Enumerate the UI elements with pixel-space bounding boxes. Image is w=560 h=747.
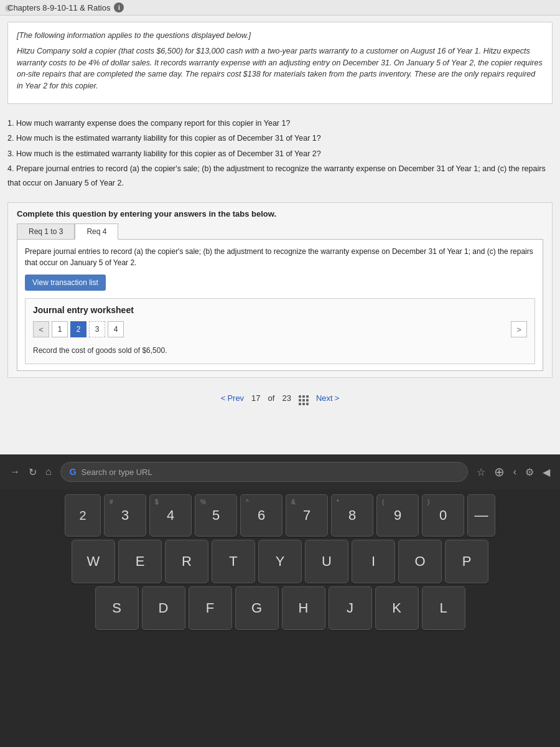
number-row: @ 2 #3 $4 %5 ^6 &7 *8 (9 )0 — bbox=[6, 494, 554, 537]
browser-bar: → ↻ ⌂ G Search or type URL ☆ ⊕ ‹ ⚙ ◀ bbox=[0, 454, 560, 489]
key-G[interactable]: G bbox=[235, 586, 279, 630]
question-4: 4. Prepare journal entries to record (a)… bbox=[7, 162, 553, 190]
chevron-left-icon[interactable]: ‹ bbox=[513, 466, 516, 477]
step-4[interactable]: 4 bbox=[108, 321, 124, 337]
key-Y[interactable]: Y bbox=[258, 540, 302, 583]
key-U[interactable]: U bbox=[305, 540, 348, 583]
key-T[interactable]: T bbox=[212, 540, 255, 583]
key-F[interactable]: F bbox=[189, 586, 232, 630]
tab-req1to3[interactable]: Req 1 to 3 bbox=[17, 223, 75, 239]
info-icon[interactable]: i bbox=[114, 2, 124, 12]
back-button[interactable]: → bbox=[10, 466, 20, 477]
key-hash-3[interactable]: #3 bbox=[104, 494, 146, 537]
settings-icon[interactable]: ⚙ bbox=[525, 466, 534, 478]
key-caret-6[interactable]: ^6 bbox=[240, 494, 282, 537]
url-text: Search or type URL bbox=[82, 467, 459, 477]
key-dash[interactable]: — bbox=[467, 494, 495, 537]
question-2: 2. How much is the estimated warranty li… bbox=[7, 131, 553, 146]
key-K[interactable]: K bbox=[375, 586, 419, 630]
page-title: Chapters 8-9-10-11 & Ratios bbox=[7, 3, 110, 12]
step-next-button[interactable]: > bbox=[511, 321, 527, 337]
qwerty-row: W E R T Y U I O P bbox=[6, 540, 554, 583]
record-instruction: Record the cost of goods sold of $6,500. bbox=[33, 344, 527, 357]
add-tab-icon[interactable]: ⊕ bbox=[494, 464, 505, 479]
page-header: Chapters 8-9-10-11 & Ratios i bbox=[0, 0, 560, 16]
step-1[interactable]: 1 bbox=[52, 321, 68, 337]
complete-box: Complete this question by entering your … bbox=[7, 202, 553, 378]
tab-content: Prepare journal entries to record (a) th… bbox=[17, 240, 543, 371]
step-prev-button[interactable]: < bbox=[33, 321, 49, 337]
bookmark-icon[interactable]: ☆ bbox=[477, 466, 485, 478]
key-percent-5[interactable]: %5 bbox=[195, 494, 237, 537]
key-amp-7[interactable]: &7 bbox=[286, 494, 328, 537]
complete-title: Complete this question by entering your … bbox=[17, 209, 543, 218]
page-of: of bbox=[268, 393, 275, 403]
scenario-body: Hitzu Company sold a copier (that costs … bbox=[17, 45, 543, 92]
url-bar[interactable]: G Search or type URL bbox=[60, 462, 468, 482]
key-O[interactable]: O bbox=[398, 540, 442, 583]
tabs-row: Req 1 to 3 Req 4 bbox=[17, 223, 543, 240]
refresh-button[interactable]: ↻ bbox=[29, 466, 37, 478]
key-R[interactable]: R bbox=[165, 540, 208, 583]
req4-instruction: Prepare journal entries to record (a) th… bbox=[25, 246, 535, 268]
questions-section: 1. How much warranty expense does the co… bbox=[0, 110, 560, 198]
key-star-8[interactable]: *8 bbox=[331, 494, 373, 537]
step-3[interactable]: 3 bbox=[89, 321, 105, 337]
key-W[interactable]: W bbox=[72, 540, 115, 583]
key-dollar-4[interactable]: $4 bbox=[149, 494, 192, 537]
page-current: 17 bbox=[251, 393, 260, 403]
scenario-bracket: [The following information applies to th… bbox=[17, 30, 543, 42]
key-rparen-0[interactable]: )0 bbox=[422, 494, 464, 537]
key-L[interactable]: L bbox=[422, 586, 465, 630]
next-button[interactable]: Next > bbox=[316, 393, 339, 403]
key-E[interactable]: E bbox=[118, 540, 162, 583]
asdf-row: S D F G H J K L bbox=[6, 586, 554, 630]
key-at-2[interactable]: @ 2 bbox=[65, 494, 101, 537]
tab-req4[interactable]: Req 4 bbox=[75, 223, 118, 240]
question-1: 1. How much warranty expense does the co… bbox=[7, 116, 553, 131]
audio-icon[interactable]: ◀ bbox=[543, 466, 550, 478]
key-P[interactable]: P bbox=[445, 540, 488, 583]
content-area: Chapters 8-9-10-11 & Ratios i [The follo… bbox=[0, 0, 560, 454]
pagination: < Prev 17 of 23 Next > bbox=[0, 383, 560, 409]
journal-title: Journal entry worksheet bbox=[33, 305, 527, 315]
scenario-card: [The following information applies to th… bbox=[7, 22, 553, 104]
page-total: 23 bbox=[282, 393, 291, 403]
key-D[interactable]: D bbox=[142, 586, 185, 630]
key-J[interactable]: J bbox=[329, 586, 372, 630]
question-3: 3. How much is the estimated warranty li… bbox=[7, 147, 553, 161]
journal-worksheet: Journal entry worksheet < 1 2 3 4 > Reco… bbox=[25, 298, 535, 364]
key-lparen-9[interactable]: (9 bbox=[376, 494, 419, 537]
grid-icon bbox=[299, 390, 309, 405]
key-S[interactable]: S bbox=[95, 586, 139, 630]
key-H[interactable]: H bbox=[282, 586, 325, 630]
view-transaction-button[interactable]: View transaction list bbox=[25, 275, 106, 291]
keyboard-area: @ 2 #3 $4 %5 ^6 &7 *8 (9 )0 — W E R bbox=[0, 489, 560, 747]
step-nav: < 1 2 3 4 > bbox=[33, 321, 527, 337]
prev-button[interactable]: < Prev bbox=[221, 393, 244, 403]
step-2[interactable]: 2 bbox=[70, 321, 86, 337]
key-I[interactable]: I bbox=[352, 540, 395, 583]
home-button[interactable]: ⌂ bbox=[45, 466, 52, 477]
google-logo: G bbox=[70, 467, 77, 477]
